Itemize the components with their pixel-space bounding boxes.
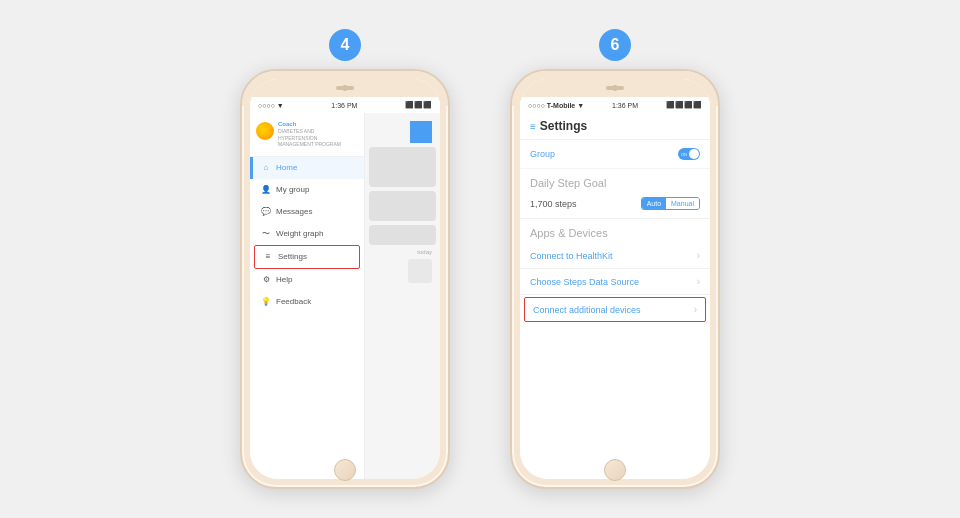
nav-mygroup-label: My group [276, 185, 309, 194]
steps-row: 1,700 steps Auto Manual [520, 193, 710, 219]
food-icon [408, 259, 432, 283]
step-badge-1: 4 [329, 29, 361, 61]
toggle-on-label: ON [681, 152, 687, 157]
connect-devices-row[interactable]: Connect additional devices › [524, 297, 706, 322]
phone1-inner: ○○○○ ▼ 1:36 PM ⬛⬛⬛ Coach DIABETES ANDHYP… [250, 79, 440, 479]
phone2-wrapper: 6 ○○○○ T-Mobile ▼ 1:36 PM ⬛⬛⬛⬛ ≡ Setting… [510, 29, 720, 489]
content-block-3 [369, 225, 436, 245]
nav-messages-label: Messages [276, 207, 312, 216]
time-2: 1:36 PM [612, 102, 638, 109]
food-row [369, 259, 436, 283]
weight-icon: 〜 [261, 229, 271, 239]
home-button-1[interactable] [334, 459, 356, 481]
connect-healthkit-row[interactable]: Connect to HealthKit › [520, 243, 710, 269]
sidebar-header: Coach DIABETES ANDHYPERTENSIONMANAGEMENT… [250, 113, 364, 157]
content-block-1 [369, 147, 436, 187]
speaker-1 [336, 86, 354, 90]
settings-screen: ≡ Settings Group ON Daily Step Goal [520, 113, 710, 479]
chevron-devices: › [694, 304, 697, 315]
nav-weight-label: Weight graph [276, 229, 323, 238]
phone2-top [520, 79, 710, 97]
auto-button[interactable]: Auto [642, 198, 666, 209]
phone1-wrapper: 4 ○○○○ ▼ 1:36 PM ⬛⬛⬛ Coach [240, 29, 450, 489]
settings-header: ≡ Settings [520, 113, 710, 140]
nav-messages[interactable]: 💬 Messages [250, 201, 364, 223]
coach-sub: DIABETES ANDHYPERTENSIONMANAGEMENT PROGR… [278, 128, 341, 148]
group-row: Group ON [520, 140, 710, 169]
auto-manual-toggle[interactable]: Auto Manual [641, 197, 700, 210]
battery-2: ⬛⬛⬛⬛ [666, 101, 702, 109]
nav-help[interactable]: ⚙ Help [250, 269, 364, 291]
nav-help-label: Help [276, 275, 292, 284]
home-icon: ⌂ [261, 163, 271, 173]
speaker-2 [606, 86, 624, 90]
nav-weight[interactable]: 〜 Weight graph [250, 223, 364, 245]
nav-home[interactable]: ⌂ Home [250, 157, 364, 179]
connect-devices-label: Connect additional devices [533, 305, 641, 315]
choose-steps-row[interactable]: Choose Steps Data Source › [520, 269, 710, 295]
group-toggle[interactable]: ON [678, 148, 700, 160]
choose-steps-label: Choose Steps Data Source [530, 277, 639, 287]
signal-1: ○○○○ ▼ [258, 102, 284, 109]
nav-settings[interactable]: ≡ Settings [254, 245, 360, 269]
toggle-knob [689, 149, 699, 159]
content-row [369, 225, 436, 245]
nav-settings-label: Settings [278, 252, 307, 261]
profile-avatar [410, 121, 432, 143]
help-icon: ⚙ [261, 275, 271, 285]
phone1-top [250, 79, 440, 97]
settings-icon: ≡ [263, 252, 273, 262]
status-bar-2: ○○○○ T-Mobile ▼ 1:36 PM ⬛⬛⬛⬛ [520, 97, 710, 113]
content-block-2 [369, 191, 436, 221]
group-icon: 👤 [261, 185, 271, 195]
apps-devices-title: Apps & Devices [520, 219, 710, 243]
phone2-inner: ○○○○ T-Mobile ▼ 1:36 PM ⬛⬛⬛⬛ ≡ Settings … [520, 79, 710, 479]
nav-feedback[interactable]: 💡 Feedback [250, 291, 364, 313]
nav-feedback-label: Feedback [276, 297, 311, 306]
settings-menu-icon: ≡ [530, 121, 536, 132]
signal-2: ○○○○ T-Mobile ▼ [528, 102, 584, 109]
group-label: Group [530, 149, 555, 159]
phone2: ○○○○ T-Mobile ▼ 1:36 PM ⬛⬛⬛⬛ ≡ Settings … [510, 69, 720, 489]
nav-home-label: Home [276, 163, 297, 172]
app-screen-1: Coach DIABETES ANDHYPERTENSIONMANAGEMENT… [250, 113, 440, 479]
content-placeholder: today [365, 113, 440, 287]
chevron-steps: › [697, 276, 700, 287]
today-label: today [369, 249, 436, 255]
sidebar: Coach DIABETES ANDHYPERTENSIONMANAGEMENT… [250, 113, 365, 479]
phone1: ○○○○ ▼ 1:36 PM ⬛⬛⬛ Coach DIABETES ANDHYP… [240, 69, 450, 489]
chevron-healthkit: › [697, 250, 700, 261]
settings-title: Settings [540, 119, 587, 133]
coach-info: Coach DIABETES ANDHYPERTENSIONMANAGEMENT… [278, 121, 341, 148]
steps-value: 1,700 steps [530, 199, 577, 209]
feedback-icon: 💡 [261, 297, 271, 307]
status-bar-1: ○○○○ ▼ 1:36 PM ⬛⬛⬛ [250, 97, 440, 113]
coach-icon [256, 122, 274, 140]
connect-healthkit-label: Connect to HealthKit [530, 251, 613, 261]
battery-1: ⬛⬛⬛ [405, 101, 432, 109]
nav-mygroup[interactable]: 👤 My group [250, 179, 364, 201]
settings-body: Group ON Daily Step Goal 1,700 steps Aut… [520, 140, 710, 322]
daily-step-title: Daily Step Goal [520, 169, 710, 193]
coach-label: Coach [278, 121, 341, 128]
messages-icon: 💬 [261, 207, 271, 217]
step-badge-2: 6 [599, 29, 631, 61]
time-1: 1:36 PM [331, 102, 357, 109]
manual-button[interactable]: Manual [666, 198, 699, 209]
home-button-2[interactable] [604, 459, 626, 481]
content-area-1: today [365, 113, 440, 479]
